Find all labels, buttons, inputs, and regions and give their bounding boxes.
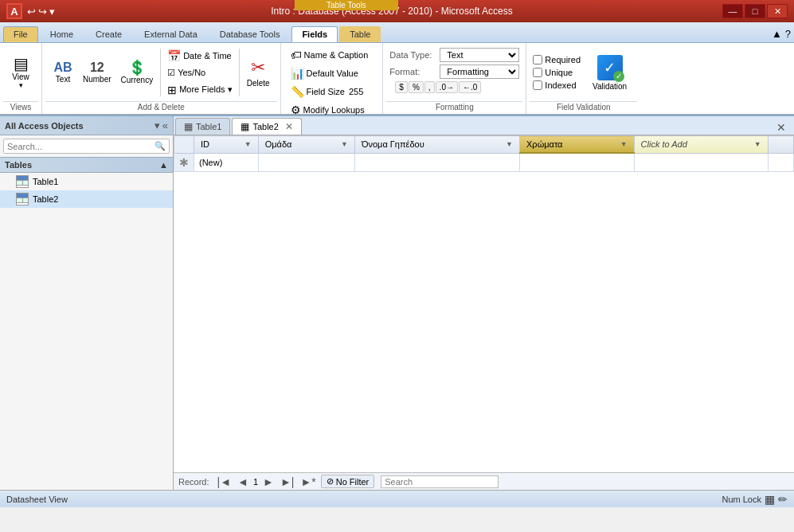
ribbon-content: ▤ View ▾ Views AB Text 12 Number 💲	[0, 43, 794, 115]
separator2	[239, 49, 240, 96]
search-input[interactable]	[4, 140, 151, 153]
yes-no-button[interactable]: ☑ Yes/No	[164, 65, 236, 80]
tab-external-data[interactable]: External Data	[134, 26, 208, 42]
chromata-dropdown-arrow[interactable]: ▼	[620, 140, 628, 148]
increase-decimal-button[interactable]: .0→	[436, 81, 458, 93]
new-record-button[interactable]: ►*	[299, 475, 317, 488]
tab-database-tools[interactable]: Database Tools	[209, 26, 291, 42]
new-row-omada[interactable]	[258, 153, 354, 171]
close-button[interactable]: ✕	[767, 4, 788, 18]
required-checkbox-label[interactable]: Required	[533, 55, 581, 65]
name-caption-button[interactable]: 🏷 Name & Caption	[287, 46, 377, 64]
table1-label: Table1	[33, 177, 58, 186]
delete-button[interactable]: ✂ Delete	[243, 55, 274, 90]
new-row-chromata[interactable]	[520, 153, 635, 171]
date-time-label: Date & Time	[183, 51, 232, 61]
onoma-column-header[interactable]: Όνομα Γηπέδου ▼	[354, 136, 519, 154]
text-field-button[interactable]: AB Text	[49, 59, 77, 86]
new-row-extra[interactable]	[634, 153, 768, 171]
indexed-checkbox[interactable]	[533, 80, 542, 90]
field-size-value: 255	[349, 87, 363, 96]
sidebar-menu-button[interactable]: ▾	[154, 119, 160, 131]
name-caption-label: Name & Caption	[304, 50, 369, 60]
unique-checkbox[interactable]	[533, 68, 542, 77]
doc-tab-table1[interactable]: ▦ Table1	[175, 118, 230, 135]
datasheet-view-icon[interactable]: ▦	[765, 493, 775, 506]
table-area: ID ▼ Ομάδα ▼ Όνομα Γηπέδ	[174, 135, 794, 472]
no-filter-button[interactable]: ⊘ No Filter	[321, 475, 375, 488]
format-icons: $ % , .0→ ←.0	[395, 81, 481, 93]
new-row-id[interactable]: (New)	[194, 153, 259, 171]
omada-column-header[interactable]: Ομάδα ▼	[258, 136, 354, 154]
id-dropdown-arrow[interactable]: ▼	[244, 140, 252, 148]
comma-format-button[interactable]: ,	[424, 81, 435, 93]
quick-access-toolbar[interactable]: ↩ ↪ ▾	[27, 6, 55, 18]
tab-table[interactable]: Table	[339, 26, 381, 42]
validation-button[interactable]: ✓ ✓ Validation	[585, 51, 634, 95]
click-to-add-header[interactable]: Click to Add ▼	[634, 136, 768, 154]
number-icon: 12	[90, 61, 104, 74]
date-time-button[interactable]: 📅 Date & Time	[164, 47, 236, 65]
sidebar-close-button[interactable]: «	[162, 119, 168, 131]
separator	[160, 49, 161, 96]
prev-record-button[interactable]: ◄	[236, 475, 250, 488]
record-search-input[interactable]	[381, 475, 499, 488]
doc-tab-table2[interactable]: ▦ Table2 ✕	[232, 118, 301, 135]
decrease-decimal-button[interactable]: ←.0	[459, 81, 481, 93]
onoma-dropdown-arrow[interactable]: ▼	[506, 140, 513, 148]
minimize-button[interactable]: —	[722, 4, 743, 18]
new-row-onoma[interactable]	[354, 153, 519, 171]
required-checkbox[interactable]	[533, 55, 542, 65]
next-record-button[interactable]: ►	[261, 475, 276, 488]
data-table: ID ▼ Ομάδα ▼ Όνομα Γηπέδ	[174, 135, 794, 172]
table1-item[interactable]: Table1	[0, 173, 173, 190]
content-close-button[interactable]: ✕	[772, 119, 791, 135]
maximize-button[interactable]: □	[745, 4, 765, 18]
unique-checkbox-label[interactable]: Unique	[533, 68, 581, 77]
tab-create[interactable]: Create	[85, 26, 132, 42]
currency-format-button[interactable]: $	[395, 81, 408, 93]
id-column-header[interactable]: ID ▼	[194, 136, 259, 154]
tables-collapse-icon: ▲	[159, 160, 168, 170]
tab2-close-button[interactable]: ✕	[285, 121, 293, 132]
tab-file[interactable]: File	[3, 26, 38, 42]
currency-field-button[interactable]: 💲 Currency	[117, 58, 158, 87]
data-type-select[interactable]: Text Number Currency Date/Time	[440, 48, 519, 62]
help-button[interactable]: ▲	[772, 28, 782, 40]
customize-quick-access-button[interactable]: ▾	[49, 6, 55, 18]
indexed-checkbox-label[interactable]: Indexed	[533, 80, 581, 90]
tab-fields[interactable]: Fields	[291, 26, 338, 42]
tab-home[interactable]: Home	[40, 26, 84, 42]
field-size-icon: 📏	[291, 85, 304, 98]
chromata-column-header[interactable]: Χρώματα ▼	[520, 136, 635, 154]
first-record-button[interactable]: |◄	[216, 475, 233, 488]
window-controls[interactable]: — □ ✕	[722, 4, 788, 18]
field-size-button[interactable]: 📏 Field Size 255	[287, 83, 377, 100]
search-icon[interactable]: 🔍	[151, 139, 169, 153]
record-navigation: Record: |◄ ◄ 1 ► ►| ►* ⊘ No Filter	[174, 472, 794, 490]
view-label: View	[12, 72, 29, 81]
number-field-button[interactable]: 12 Number	[79, 59, 115, 86]
sidebar-controls[interactable]: ▾ «	[154, 119, 168, 131]
format-select[interactable]: Formatting	[440, 65, 519, 79]
design-view-icon[interactable]: ✏	[778, 493, 788, 506]
sidebar: All Access Objects ▾ « 🔍 Tables ▲ Table1	[0, 116, 174, 490]
view-button[interactable]: ▤ View ▾	[6, 53, 35, 92]
ribbon-help-icon[interactable]: ?	[785, 28, 791, 40]
formatting-label: Formatting	[386, 101, 522, 112]
ribbon: File Home Create External Data Database …	[0, 22, 794, 116]
table2-item[interactable]: Table2	[0, 190, 173, 208]
last-record-button[interactable]: ►|	[279, 475, 296, 488]
percent-format-button[interactable]: %	[409, 81, 424, 93]
click-to-add-arrow[interactable]: ▼	[754, 140, 761, 148]
redo-button[interactable]: ↪	[38, 6, 47, 18]
default-value-button[interactable]: 📊 Default Value	[287, 65, 377, 82]
omada-dropdown-arrow[interactable]: ▼	[341, 140, 348, 148]
more-fields-button[interactable]: ⊞ More Fields ▾	[164, 81, 236, 99]
tables-section-header[interactable]: Tables ▲	[0, 157, 173, 173]
undo-button[interactable]: ↩	[27, 6, 36, 18]
title-bar: A ↩ ↪ ▾ Table Tools Intro : Database (Ac…	[0, 0, 794, 22]
ribbon-group-properties: 🏷 Name & Caption 📊 Default Value 📏 Field…	[281, 43, 384, 114]
ab-icon: AB	[53, 61, 72, 74]
sidebar-header: All Access Objects ▾ «	[0, 116, 173, 135]
